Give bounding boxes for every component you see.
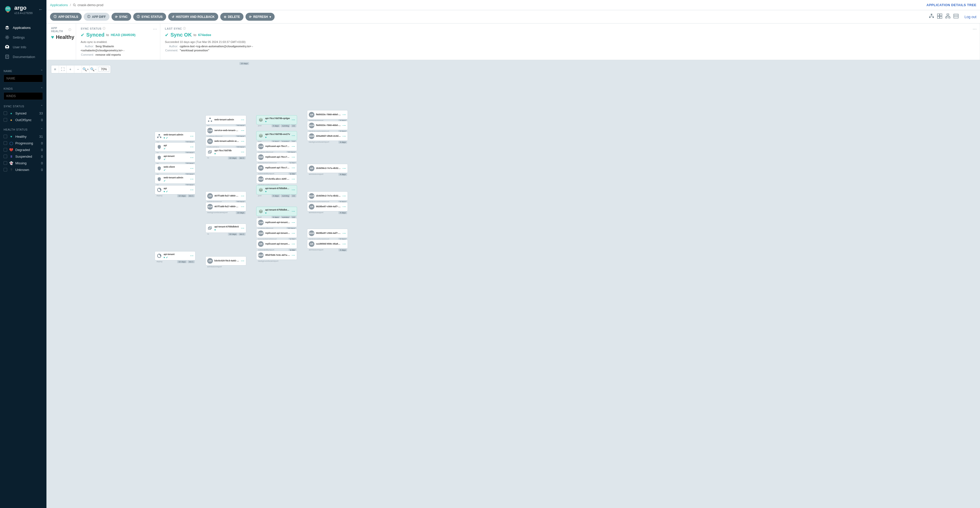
checkbox[interactable] (3, 155, 7, 158)
node-menu-icon[interactable]: ⋮ (292, 243, 295, 246)
resource-node-exposedsecretreport[interactable]: ESRreplicaset-api-75cc7dd78b-ap...⋮expos… (256, 153, 297, 162)
resource-node-exposedsecretreport[interactable]: ESRreplicaset-api-tenant-67fd5db...⋮expo… (256, 229, 297, 238)
resource-node-backgroundscanreport[interactable]: BGR5828be87-c564-4af7-846e-60...⋮backgro… (307, 229, 348, 238)
filter-kinds-header[interactable]: KINDS⌃ (3, 87, 43, 90)
node-menu-icon[interactable]: ⋮ (190, 156, 194, 159)
nav-item-settings[interactable]: Settings (0, 32, 46, 42)
node-menu-icon[interactable]: ⋮ (241, 227, 245, 230)
list-view-icon[interactable] (953, 13, 959, 21)
resource-node-admissionreport[interactable]: AR5828be87-c564-4af7-846e-60...⋮admissio… (307, 202, 348, 211)
node-menu-icon[interactable]: ⋮ (292, 254, 295, 257)
node-menu-icon[interactable]: ⋮ (342, 232, 346, 235)
nav-item-applications[interactable]: Applications (0, 23, 46, 32)
node-menu-icon[interactable]: ⋮ (342, 167, 346, 170)
resource-node-backgroundscanreport[interactable]: BGRd26a98d7-d8e8-413d-ad11-9...⋮backgrou… (307, 132, 348, 141)
resource-node-pod[interactable]: api-tenant-67fd5db9c5-l94mv♥⋮pod4 daysru… (256, 207, 297, 216)
node-menu-icon[interactable]: ⋮ (241, 150, 245, 153)
tree-canvas[interactable]: ≡ ⛶ + − 🔍+ 🔍− 70% 10 days web-tenant-adm… (46, 60, 980, 508)
resource-node-backgroundscanreport[interactable]: BGR407f7a88-fe27-4800-8db7-d5...⋮backgro… (205, 202, 246, 211)
node-menu-icon[interactable]: ⋮ (241, 205, 245, 208)
lastsync-box-menu-icon[interactable]: ⋯ (973, 27, 977, 32)
resource-node-svc[interactable]: web-tenant-admin♥✔⋮svc10 days (155, 132, 196, 141)
breadcrumb-current[interactable]: cnask-demo-prod (73, 3, 103, 7)
sync-button[interactable]: ⟳ SYNC (111, 13, 131, 21)
resource-node-deploy[interactable]: api♥✔⋮deploy10 daysrev:1 (155, 185, 196, 195)
resource-node-pod[interactable]: api-75cc7dd78b-wv27v♥⋮pod4 daysrunning1/… (256, 131, 297, 140)
node-menu-icon[interactable]: ⋮ (190, 145, 194, 149)
refresh-button[interactable]: ⟳ REFRESH ▾ (245, 13, 274, 21)
sync-filter-synced[interactable]: ●Synced33 (3, 110, 43, 117)
node-menu-icon[interactable]: ⋮ (292, 210, 295, 213)
resource-node-backgroundscanreport[interactable]: BGR47c5c5fa-abcc-425f-8593-94...⋮backgro… (256, 174, 297, 184)
kinds-filter-input[interactable] (3, 92, 43, 100)
resource-node-backgroundscanreport[interactable]: BGR3f0d7b99-7e3c-4d7a-8495-41...⋮backgro… (256, 251, 297, 260)
resource-node-configauditreport[interactable]: CARservice-web-tenant-admin⋮configauditr… (205, 126, 246, 135)
checkbox[interactable] (3, 148, 7, 152)
history-and-rollback-button[interactable]: ↺ HISTORY AND ROLLBACK (168, 13, 218, 21)
checkbox[interactable] (3, 161, 7, 165)
breadcrumb-root[interactable]: Applications (50, 3, 68, 7)
node-menu-icon[interactable]: ⋮ (342, 124, 346, 127)
resource-node-backgroundscanreport[interactable]: BGRf9d0533c-7868-469d-8555-df...⋮backgro… (307, 121, 348, 130)
health-filter-degraded[interactable]: 💔Degraded0 (3, 146, 43, 153)
checkbox[interactable] (3, 141, 7, 145)
health-filter-healthy[interactable]: ♥Healthy31 (3, 133, 43, 140)
node-menu-icon[interactable]: ⋮ (292, 156, 295, 159)
name-filter-input[interactable] (3, 75, 43, 82)
checkbox[interactable] (3, 168, 7, 171)
resource-node-vulnerabilityreport[interactable]: VRreplicaset-api-75cc7dd78b-ap...⋮vulner… (256, 163, 297, 173)
resource-node-sa[interactable]: api-tenant✔⋮sa10 days (155, 153, 196, 162)
network-view-icon[interactable] (945, 13, 951, 21)
node-menu-icon[interactable]: ⋮ (292, 145, 295, 148)
checkbox[interactable] (3, 112, 7, 115)
resource-node-sa[interactable]: web-tenant-admin✔⋮sa10 days (155, 174, 196, 184)
resource-node-rs[interactable]: api-75cc7dd78b♥⋮rs10 daysrev:1 (205, 147, 246, 157)
node-menu-icon[interactable]: ⋮ (292, 221, 295, 224)
resource-node-admissionreport[interactable]: ARb3c5c020-f4c3-4a92-a057-a7...⋮admissio… (205, 256, 246, 265)
collapse-sidebar-icon[interactable]: ← (38, 7, 43, 12)
focus-icon[interactable]: ⛶ (59, 65, 67, 73)
node-menu-icon[interactable]: ⋮ (292, 118, 295, 121)
app-details-button[interactable]: ⓘ APP DETAILS (50, 13, 82, 21)
resource-node-sa[interactable]: web-client✔⋮sa10 days (155, 164, 196, 173)
resource-node-admissionreport[interactable]: AR407f7a88-fe27-4800-8db7-d5...⋮admissio… (205, 192, 246, 201)
node-menu-icon[interactable]: ⋮ (342, 243, 346, 246)
node-menu-icon[interactable]: ⋮ (342, 113, 346, 116)
resource-node-admissionreport[interactable]: AR1b3d39c2-7e7a-4b32-8a47-5...⋮admission… (307, 164, 348, 173)
node-menu-icon[interactable]: ⋮ (342, 195, 346, 198)
resource-node-admissionreport[interactable]: ARca18656d-659c-45a8-ac09-e...⋮admission… (307, 240, 348, 249)
checkbox[interactable] (3, 135, 7, 138)
zoom-out-icon[interactable]: − (74, 65, 82, 73)
node-menu-icon[interactable]: ⋮ (342, 205, 346, 208)
last-sync-revision-link[interactable]: 674edee (198, 33, 211, 37)
health-filter-unknown[interactable]: ?Unknown0 (3, 166, 43, 173)
node-menu-icon[interactable]: ⋮ (342, 135, 346, 138)
resource-node-configauditreport[interactable]: CARreplicaset-api-75cc7dd78b⋮configaudit… (256, 142, 297, 151)
tree-view-icon[interactable] (929, 13, 934, 21)
filter-health-header[interactable]: HEALTH STATUS⌃ (3, 128, 43, 131)
node-menu-icon[interactable]: ⋮ (190, 189, 194, 192)
filter-sync-header[interactable]: SYNC STATUS⌃ (3, 104, 43, 108)
node-menu-icon[interactable]: ⋮ (190, 177, 194, 181)
node-menu-icon[interactable]: ⋮ (241, 129, 245, 132)
grid-view-icon[interactable] (937, 13, 942, 21)
nav-item-user-info[interactable]: User Info (0, 42, 46, 52)
resource-node-endpointslice[interactable]: ESweb-tenant-admin-wj467⋮endpointslice10… (205, 137, 246, 146)
list-toggle-icon[interactable]: ≡ (51, 65, 59, 73)
resource-node-backgroundscanreport[interactable]: BGR1b3d39c2-7e7a-4b32-8a47-5...⋮backgrou… (307, 192, 348, 201)
resource-node-admissionreport[interactable]: ARf9d0533c-7868-469d-8555-df...⋮admissio… (307, 110, 348, 119)
health-filter-missing[interactable]: 👻Missing0 (3, 160, 43, 166)
node-menu-icon[interactable]: ⋮ (241, 140, 245, 143)
health-filter-suspended[interactable]: ⏸Suspended0 (3, 153, 43, 160)
health-filter-progressing[interactable]: ◯Progressing0 (3, 140, 43, 146)
zoom-reset-in-icon[interactable]: 🔍+ (82, 65, 89, 73)
zoom-in-icon[interactable]: + (67, 65, 74, 73)
info-icon[interactable]: ⓘ (103, 27, 106, 30)
node-menu-icon[interactable]: ⋮ (292, 166, 295, 169)
node-menu-icon[interactable]: ⋮ (190, 135, 194, 138)
node-menu-icon[interactable]: ⋮ (292, 177, 295, 181)
node-menu-icon[interactable]: ⋮ (241, 118, 245, 121)
info-icon[interactable]: ⓘ (183, 27, 186, 30)
resource-node-vulnerabilityreport[interactable]: VRreplicaset-api-tenant-67fd5db...⋮vulne… (256, 240, 297, 249)
checkbox[interactable] (3, 118, 7, 121)
